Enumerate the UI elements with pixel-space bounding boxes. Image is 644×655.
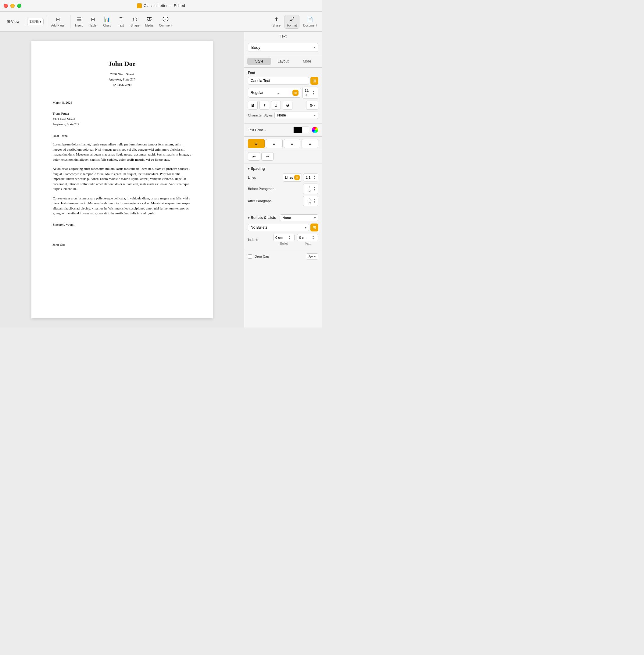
char-styles-dropdown[interactable]: None ▾ — [274, 112, 318, 119]
spacing-label: Spacing — [251, 166, 265, 171]
salutation: Dear Trenz, — [53, 133, 191, 138]
align-justify-button[interactable]: ≡ — [302, 139, 318, 148]
text-indent-stepper[interactable]: ▲ ▼ — [312, 235, 316, 240]
font-style-row: Regular ⌄ ⊞ 11 pt ▲ ▼ — [248, 87, 318, 99]
chevron-down-icon: ▾ — [314, 114, 316, 117]
lines-type-dropdown[interactable]: Lines ⊞ — [283, 173, 302, 182]
chevron-down-icon: ▾ — [314, 104, 315, 107]
color-swatch-group — [293, 127, 309, 133]
font-style-picker[interactable]: ⊞ — [293, 90, 299, 96]
bold-button[interactable]: B — [248, 100, 258, 110]
bullet-indent-stepper[interactable]: ▲ ▼ — [288, 235, 293, 240]
tab-style[interactable]: Style — [247, 58, 271, 65]
style-dropdown[interactable]: Body ▾ — [248, 43, 318, 52]
closing-text: Sincerely yours, — [53, 222, 191, 227]
comment-icon: 💬 — [162, 16, 169, 23]
color-swatch-white[interactable] — [302, 127, 309, 133]
text-options-button[interactable]: ⚙ ▾ — [306, 100, 318, 110]
lines-type-picker[interactable]: ⊞ — [294, 175, 300, 180]
add-page-icon: ⊞ — [54, 16, 61, 23]
close-button[interactable] — [4, 4, 8, 8]
zoom-button[interactable]: 125% ▾ — [27, 18, 44, 25]
strikethrough-button[interactable]: S — [283, 100, 293, 110]
font-size-value: 11 pt — [305, 88, 312, 97]
alignment-section: ≡ ≡ ≡ ≡ ⇤ ⇥ — [244, 137, 322, 163]
tab-layout[interactable]: Layout — [271, 58, 295, 65]
before-para-value: 0 pt — [306, 185, 311, 193]
indent-cols: 0 cm ▲ ▼ Bullet 0 cm ▲ — [273, 234, 318, 245]
align-row: ≡ ≡ ≡ ≡ — [244, 137, 322, 151]
drop-cap-preview-text: A≡ — [308, 255, 313, 258]
lines-spacing-row: Lines Lines ⊞ 1.1 ▲ ▼ — [248, 173, 318, 182]
bullets-type-value: None — [282, 216, 291, 220]
document-button[interactable]: 📄 Document — [301, 15, 320, 28]
font-style-dropdown[interactable]: Regular ⌄ ⊞ — [248, 88, 301, 97]
sender-phone: 123-456-7890 — [53, 82, 191, 88]
bullets-type-dropdown[interactable]: None ▾ — [280, 214, 318, 221]
after-para-stepper[interactable]: ▲ ▼ — [311, 199, 316, 203]
sidebar-icon: ⊞ — [7, 19, 10, 24]
shape-button[interactable]: ⬡ Shape — [129, 15, 142, 28]
color-wheel-button[interactable] — [312, 127, 318, 133]
color-swatch-black[interactable] — [293, 127, 302, 133]
text-color-label: Text Color ⌄ — [248, 128, 291, 132]
before-para-control[interactable]: 0 pt ▲ ▼ — [303, 184, 318, 194]
before-para-stepper[interactable]: ▲ ▼ — [311, 186, 316, 191]
before-para-down[interactable]: ▼ — [311, 189, 316, 191]
paragraph-3: Consectetuer arcu ipsum ornare pellentes… — [53, 196, 191, 216]
add-page-button[interactable]: ⊞ Add Page — [49, 15, 67, 28]
chart-button[interactable]: 📊 Chart — [100, 15, 114, 28]
decrease-indent-button[interactable]: ⇤ — [248, 152, 260, 161]
indent-main-label: Indent: — [248, 238, 273, 242]
bullets-header[interactable]: ▾ Bullets & Lists None ▾ — [248, 214, 318, 221]
font-size-control[interactable]: 11 pt ▲ ▼ — [302, 87, 318, 99]
after-para-control[interactable]: 9 pt ▲ ▼ — [303, 196, 318, 206]
lines-value-control[interactable]: 1.1 ▲ ▼ — [303, 174, 318, 181]
text-indent-down[interactable]: ▼ — [312, 238, 316, 240]
font-size-down[interactable]: ▼ — [312, 93, 316, 95]
font-size-stepper[interactable]: ▲ ▼ — [312, 90, 316, 95]
spacing-header[interactable]: ▾ Spacing — [248, 166, 318, 171]
align-right-button[interactable]: ≡ — [284, 139, 301, 148]
media-icon: 🖼 — [146, 16, 153, 23]
insert-button[interactable]: ☰ Insert — [72, 15, 86, 28]
tab-more[interactable]: More — [295, 58, 319, 65]
comment-button[interactable]: 💬 Comment — [157, 15, 175, 28]
text-button[interactable]: T Text — [114, 15, 128, 28]
media-button[interactable]: 🖼 Media — [143, 15, 156, 28]
italic-button[interactable]: I — [259, 100, 269, 110]
format-button[interactable]: 🖊 Format — [284, 15, 300, 29]
font-picker-button[interactable]: ⊞ — [310, 77, 318, 85]
minimize-button[interactable] — [10, 4, 15, 8]
date-text: March 8, 2023 — [53, 100, 72, 104]
chevron-down-icon: ▾ — [314, 46, 315, 49]
lines-stepper[interactable]: ▲ ▼ — [311, 175, 316, 180]
paragraph-1: Lorem ipsum dolor sit amet, ligula suspe… — [53, 142, 191, 162]
main-area: John Doe 7890 Ninth Street Anytown, Stat… — [0, 32, 322, 328]
increase-indent-button[interactable]: ⇥ — [261, 152, 274, 161]
window-title: Classic Letter — Edited — [137, 3, 185, 8]
drop-cap-checkbox[interactable] — [248, 254, 252, 258]
share-button[interactable]: ⬆ Share — [270, 15, 283, 28]
bullets-label: Bullets & Lists — [251, 216, 276, 220]
after-para-down[interactable]: ▼ — [311, 201, 316, 203]
format-icon: 🖊 — [289, 16, 296, 23]
no-bullets-row: No Bullets ▾ ⊞ — [248, 224, 318, 231]
align-left-button[interactable]: ≡ — [248, 139, 265, 148]
lines-down[interactable]: ▼ — [311, 178, 316, 180]
table-button[interactable]: ⊞ Table — [86, 15, 100, 28]
title-bar: Classic Letter — Edited — [0, 0, 322, 12]
view-button[interactable]: ⊞ View — [4, 18, 22, 25]
bullets-style-picker[interactable]: ⊞ — [310, 224, 318, 231]
style-value: Body — [251, 45, 260, 50]
maximize-button[interactable] — [17, 4, 21, 8]
bullet-indent-down[interactable]: ▼ — [288, 238, 293, 240]
drop-cap-preview[interactable]: A≡ ▾ — [306, 253, 318, 259]
no-bullets-dropdown[interactable]: No Bullets ▾ — [248, 224, 309, 231]
text-indent-control[interactable]: 0 cm ▲ ▼ — [297, 234, 318, 241]
align-center-button[interactable]: ≡ — [266, 139, 283, 148]
underline-button[interactable]: U — [271, 100, 281, 110]
font-name-input[interactable] — [248, 77, 309, 85]
bullet-indent-control[interactable]: 0 cm ▲ ▼ — [273, 234, 295, 241]
recipient-name: Trenz Pruca — [53, 111, 191, 116]
